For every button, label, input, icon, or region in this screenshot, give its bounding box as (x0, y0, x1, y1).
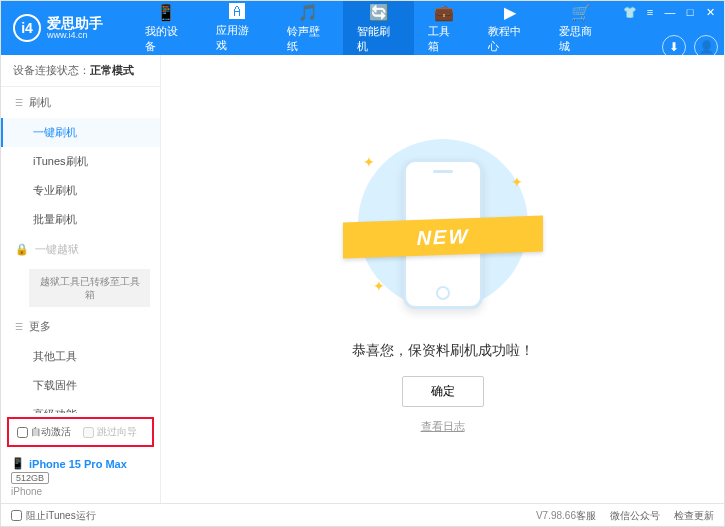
new-ribbon: NEW (343, 216, 543, 259)
flash-icon: 🔄 (369, 3, 389, 22)
device-info: 📱iPhone 15 Pro Max 512GB iPhone (1, 451, 160, 503)
sidebar-section-flash[interactable]: ☰刷机 (1, 87, 160, 118)
logo-icon: i4 (13, 14, 41, 42)
checkbox-block-itunes[interactable]: 阻止iTunes运行 (11, 509, 446, 523)
chevron-icon: ☰ (15, 322, 23, 332)
close-button[interactable]: ✕ (702, 5, 718, 19)
nav-toolbox[interactable]: 💼工具箱 (414, 1, 474, 55)
sparkle-icon: ✦ (511, 174, 523, 190)
success-illustration: NEW ✦ ✦ ✦ (353, 124, 533, 324)
sidebar-item-other-tools[interactable]: 其他工具 (1, 342, 160, 371)
minimize-button[interactable]: — (662, 5, 678, 19)
app-subtitle: www.i4.cn (47, 30, 103, 41)
highlight-box: 自动激活 跳过向导 (7, 417, 154, 447)
footer-link-update[interactable]: 检查更新 (674, 509, 714, 523)
nav-store[interactable]: 🛒爱思商城 (545, 1, 616, 55)
apps-icon: 🅰 (229, 3, 245, 21)
version-label: V7.98.66 (536, 510, 576, 521)
nav-my-device[interactable]: 📱我的设备 (131, 1, 202, 55)
nav-smart-flash[interactable]: 🔄智能刷机 (343, 1, 414, 55)
sidebar-item-advanced[interactable]: 高级功能 (1, 400, 160, 413)
logo-area: i4 爱思助手 www.i4.cn (1, 1, 131, 55)
footer-link-support[interactable]: 客服 (576, 509, 596, 523)
skin-button[interactable]: 👕 (622, 5, 638, 19)
nav-apps-games[interactable]: 🅰应用游戏 (202, 1, 273, 55)
sparkle-icon: ✦ (373, 278, 385, 294)
chevron-icon: ☰ (15, 98, 23, 108)
sidebar-item-download-firmware[interactable]: 下载固件 (1, 371, 160, 400)
header-bar: i4 爱思助手 www.i4.cn 📱我的设备 🅰应用游戏 🎵铃声壁纸 🔄智能刷… (1, 1, 724, 55)
sidebar-jailbreak-note: 越狱工具已转移至工具箱 (29, 269, 150, 307)
play-icon: ▶ (504, 3, 516, 22)
main-nav: 📱我的设备 🅰应用游戏 🎵铃声壁纸 🔄智能刷机 💼工具箱 ▶教程中心 🛒爱思商城 (131, 1, 616, 55)
nav-ringtones[interactable]: 🎵铃声壁纸 (273, 1, 344, 55)
sidebar-item-itunes-flash[interactable]: iTunes刷机 (1, 147, 160, 176)
checkbox-auto-activate[interactable]: 自动激活 (17, 425, 71, 439)
checkbox-skip-guide[interactable]: 跳过向导 (83, 425, 137, 439)
window-controls: 👕 ≡ — □ ✕ (616, 1, 724, 23)
phone-small-icon: 📱 (11, 457, 25, 470)
device-type: iPhone (11, 486, 150, 497)
music-icon: 🎵 (298, 3, 318, 22)
cart-icon: 🛒 (571, 3, 591, 22)
nav-tutorials[interactable]: ▶教程中心 (474, 1, 545, 55)
success-message: 恭喜您，保资料刷机成功啦！ (352, 342, 534, 360)
sparkle-icon: ✦ (363, 154, 375, 170)
connection-status: 设备连接状态：正常模式 (1, 55, 160, 87)
footer-link-wechat[interactable]: 微信公众号 (610, 509, 660, 523)
storage-badge: 512GB (11, 472, 49, 484)
menu-button[interactable]: ≡ (642, 5, 658, 19)
sidebar-item-pro-flash[interactable]: 专业刷机 (1, 176, 160, 205)
device-name[interactable]: 📱iPhone 15 Pro Max (11, 457, 150, 470)
lock-icon: 🔒 (15, 243, 29, 256)
sidebar-item-oneclick-flash[interactable]: 一键刷机 (1, 118, 160, 147)
sidebar-section-jailbreak[interactable]: 🔒一键越狱 (1, 234, 160, 265)
toolbox-icon: 💼 (434, 3, 454, 22)
sidebar: 设备连接状态：正常模式 ☰刷机 一键刷机 iTunes刷机 专业刷机 批量刷机 … (1, 55, 161, 503)
app-title: 爱思助手 (47, 16, 103, 30)
main-content: NEW ✦ ✦ ✦ 恭喜您，保资料刷机成功啦！ 确定 查看日志 (161, 55, 724, 503)
sidebar-item-batch-flash[interactable]: 批量刷机 (1, 205, 160, 234)
footer-bar: 阻止iTunes运行 V7.98.66 客服 微信公众号 检查更新 (1, 503, 724, 527)
ok-button[interactable]: 确定 (402, 376, 484, 407)
maximize-button[interactable]: □ (682, 5, 698, 19)
sidebar-section-more[interactable]: ☰更多 (1, 311, 160, 342)
view-log-link[interactable]: 查看日志 (421, 419, 465, 434)
phone-icon: 📱 (156, 3, 176, 22)
